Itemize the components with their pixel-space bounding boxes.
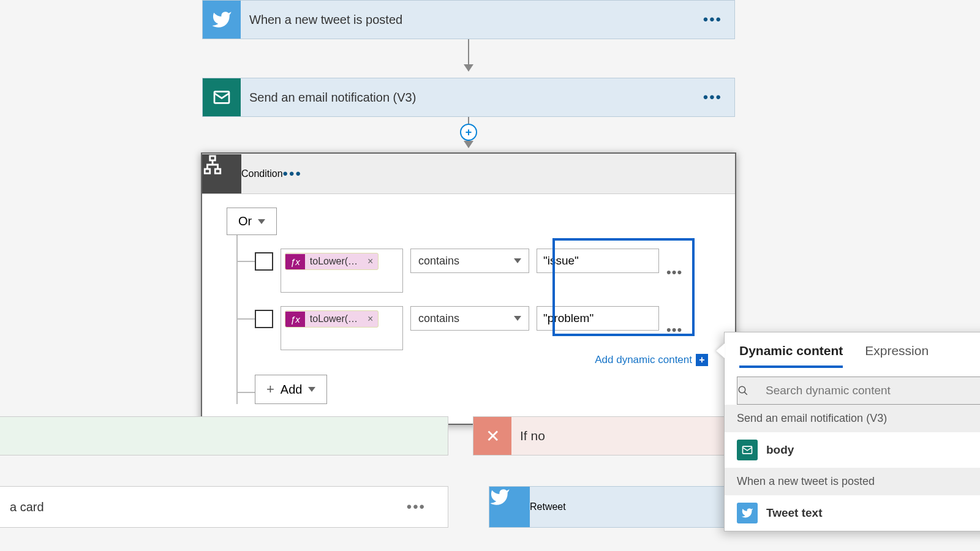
row-checkbox[interactable] — [255, 310, 273, 328]
email-icon — [203, 78, 241, 116]
if-yes-action-menu[interactable]: ••• — [407, 498, 426, 515]
value-left-box[interactable]: ƒx toLower(… × — [281, 249, 403, 293]
chevron-down-icon — [308, 387, 315, 392]
trigger-card[interactable]: When a new tweet is posted ••• — [202, 0, 735, 39]
condition-row: ƒx toLower(… × contains ••• — [255, 293, 710, 350]
chevron-down-icon — [258, 219, 265, 224]
operator-label: contains — [418, 312, 459, 325]
operator-label: contains — [418, 255, 459, 268]
dynamic-search-input[interactable] — [766, 384, 980, 397]
value-right-input[interactable] — [537, 306, 659, 331]
group-operator-dropdown[interactable]: Or — [227, 208, 277, 235]
if-yes-branch[interactable] — [0, 416, 448, 455]
add-dynamic-content-label: Add dynamic content — [595, 354, 692, 366]
group-operator-label: Or — [238, 214, 252, 228]
email-action-menu[interactable]: ••• — [703, 89, 722, 106]
dynamic-item-tweet-text[interactable]: Tweet text — [725, 495, 980, 531]
fx-badge: ƒx — [285, 312, 305, 327]
operator-dropdown[interactable]: contains — [410, 306, 529, 331]
expression-token[interactable]: ƒx toLower(… × — [285, 310, 379, 328]
plus-icon: + — [266, 381, 274, 397]
twitter-icon — [203, 1, 241, 39]
fx-label: toLower(… — [305, 253, 363, 269]
dynamic-content-panel: Dynamic content Expression Send an email… — [724, 332, 980, 531]
tab-dynamic-content[interactable]: Dynamic content — [739, 343, 843, 368]
trigger-label: When a new tweet is posted — [241, 13, 703, 27]
condition-row: ƒx toLower(… × contains ••• — [255, 235, 710, 293]
operator-dropdown[interactable]: contains — [410, 249, 529, 273]
condition-body: Or ƒx toLower(… × contains — [202, 194, 735, 424]
email-icon — [737, 440, 758, 460]
email-action-label: Send an email notification (V3) — [241, 91, 703, 105]
dynamic-tabs: Dynamic content Expression — [725, 332, 980, 368]
email-action-card[interactable]: Send an email notification (V3) ••• — [202, 78, 735, 117]
add-button[interactable]: + Add — [255, 375, 327, 404]
fx-badge: ƒx — [285, 254, 305, 269]
add-dynamic-content-link[interactable]: Add dynamic content + — [595, 354, 708, 366]
add-button-label: Add — [281, 383, 303, 397]
value-left-box[interactable]: ƒx toLower(… × — [281, 306, 403, 350]
chevron-down-icon — [514, 258, 521, 263]
condition-card: Condition ••• Or ƒx toLower(… × — [201, 152, 736, 425]
dynamic-group-header: When a new tweet is posted — [725, 468, 980, 495]
retweet-label: Retweet — [530, 501, 566, 512]
row-checkbox[interactable] — [255, 252, 273, 271]
twitter-icon — [489, 487, 530, 527]
if-yes-action-label: a card — [10, 500, 407, 514]
plus-icon: + — [696, 354, 708, 366]
expression-token[interactable]: ƒx toLower(… × — [285, 253, 379, 270]
arrow-connector — [468, 39, 469, 71]
if-no-label: If no — [511, 429, 545, 443]
fx-label: toLower(… — [305, 311, 363, 327]
token-remove[interactable]: × — [363, 255, 378, 268]
insert-step-button[interactable]: + — [460, 124, 477, 141]
row-menu[interactable]: ••• — [666, 322, 682, 338]
svg-point-4 — [739, 386, 745, 393]
twitter-icon — [737, 503, 758, 523]
svg-rect-2 — [205, 169, 210, 173]
tab-expression[interactable]: Expression — [865, 343, 929, 368]
chevron-down-icon — [514, 316, 521, 321]
trigger-menu[interactable]: ••• — [703, 11, 722, 28]
dynamic-item-label: Tweet text — [766, 506, 823, 520]
condition-icon — [202, 154, 241, 193]
row-menu[interactable]: ••• — [666, 264, 682, 280]
token-remove[interactable]: × — [363, 312, 378, 326]
search-icon — [737, 385, 766, 396]
dynamic-item-label: body — [766, 443, 794, 457]
close-icon: ✕ — [473, 417, 511, 455]
svg-rect-1 — [210, 156, 216, 160]
dynamic-item-body[interactable]: body — [725, 432, 980, 468]
value-right-input[interactable] — [537, 249, 659, 273]
dynamic-group-header: Send an email notification (V3) — [725, 405, 980, 432]
if-yes-action[interactable]: a card ••• — [0, 486, 448, 528]
flow-canvas[interactable]: When a new tweet is posted ••• Send an e… — [0, 0, 980, 551]
svg-rect-3 — [215, 169, 221, 173]
dynamic-search[interactable] — [737, 377, 980, 405]
condition-title: Condition — [241, 168, 283, 179]
add-row: + Add — [255, 366, 710, 404]
condition-menu[interactable]: ••• — [283, 165, 302, 182]
condition-header[interactable]: Condition ••• — [202, 154, 735, 194]
